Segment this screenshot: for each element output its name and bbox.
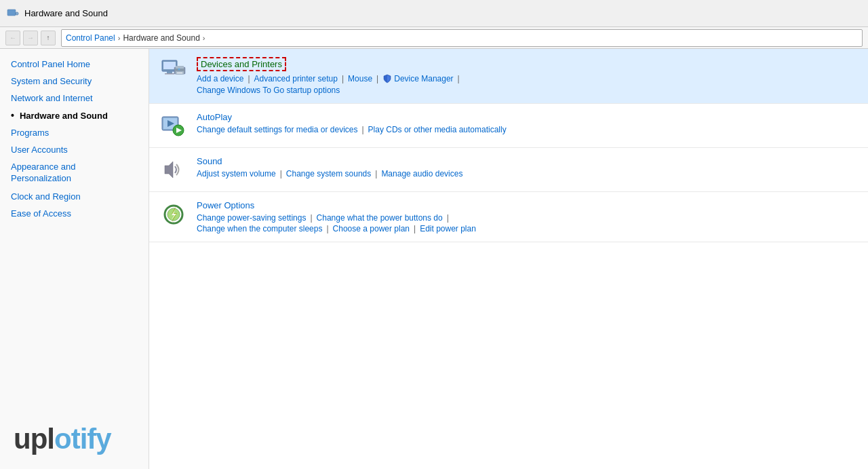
title-bar: Hardware and Sound bbox=[0, 0, 868, 27]
section-power-options: Power Options Change power-saving settin… bbox=[149, 192, 868, 242]
sidebar-item-control-panel-home[interactable]: Control Panel Home bbox=[0, 56, 149, 73]
breadcrumb-sep-1: › bbox=[118, 34, 121, 42]
svg-point-2 bbox=[16, 13, 18, 14]
devices-printers-content: Devices and Printers Add a device | Adva… bbox=[197, 57, 857, 95]
shield-icon bbox=[382, 74, 392, 83]
sidebar: Control Panel Home System and Security N… bbox=[0, 49, 149, 469]
sidebar-item-programs[interactable]: Programs bbox=[0, 124, 149, 141]
advanced-printer-setup-link[interactable]: Advanced printer setup bbox=[254, 74, 338, 83]
power-options-title[interactable]: Power Options bbox=[197, 200, 254, 210]
breadcrumb-control-panel[interactable]: Control Panel bbox=[66, 33, 115, 43]
power-options-links-2: Change when the computer sleeps | Choose… bbox=[197, 224, 857, 233]
main-layout: Control Panel Home System and Security N… bbox=[0, 49, 868, 469]
svg-rect-0 bbox=[7, 10, 16, 16]
forward-button[interactable]: → bbox=[23, 31, 38, 45]
autoplay-default-link[interactable]: Change default settings for media or dev… bbox=[197, 125, 357, 134]
nav-bar: ← → ↑ Control Panel › Hardware and Sound… bbox=[0, 27, 868, 49]
up-button[interactable]: ↑ bbox=[41, 31, 56, 45]
mouse-link[interactable]: Mouse bbox=[348, 74, 372, 83]
windows-to-go-link[interactable]: Change Windows To Go startup options bbox=[197, 86, 340, 95]
autoplay-title[interactable]: AutoPlay bbox=[197, 112, 232, 122]
breadcrumb-sep-2: › bbox=[203, 34, 205, 42]
power-saving-link[interactable]: Change power-saving settings bbox=[197, 213, 306, 223]
devices-printers-icon bbox=[160, 57, 187, 84]
sidebar-item-system-and-security[interactable]: System and Security bbox=[0, 73, 149, 90]
hardware-sound-icon bbox=[7, 7, 19, 20]
watermark-text-dark: upl bbox=[14, 423, 54, 455]
svg-rect-8 bbox=[176, 66, 184, 69]
sound-title[interactable]: Sound bbox=[197, 156, 222, 166]
power-options-links-1: Change power-saving settings | Change wh… bbox=[197, 213, 857, 223]
manage-audio-link[interactable]: Manage audio devices bbox=[381, 169, 462, 179]
title-bar-text: Hardware and Sound bbox=[24, 8, 108, 18]
power-plan-link[interactable]: Choose a power plan bbox=[333, 224, 410, 233]
sidebar-item-ease-of-access[interactable]: Ease of Access bbox=[0, 205, 149, 222]
section-autoplay: AutoPlay Change default settings for med… bbox=[149, 104, 868, 148]
watermark-text-blue: otify bbox=[54, 423, 111, 455]
change-sounds-link[interactable]: Change system sounds bbox=[286, 169, 371, 179]
sidebar-item-hardware-and-sound[interactable]: Hardware and Sound bbox=[0, 107, 149, 124]
devices-printers-links: Add a device | Advanced printer setup | … bbox=[197, 74, 857, 83]
back-button[interactable]: ← bbox=[5, 31, 20, 45]
add-device-link[interactable]: Add a device bbox=[197, 74, 243, 83]
autoplay-icon bbox=[160, 112, 187, 139]
svg-rect-10 bbox=[177, 73, 182, 73]
computer-sleeps-link[interactable]: Change when the computer sleeps bbox=[197, 224, 322, 233]
sidebar-item-user-accounts[interactable]: User Accounts bbox=[0, 141, 149, 158]
devices-printers-title[interactable]: Devices and Printers bbox=[197, 57, 286, 71]
power-buttons-link[interactable]: Change what the power buttons do bbox=[317, 213, 443, 223]
edit-power-plan-link[interactable]: Edit power plan bbox=[420, 224, 476, 233]
sidebar-item-network-and-internet[interactable]: Network and Internet bbox=[0, 90, 149, 107]
sound-content: Sound Adjust system volume | Change syst… bbox=[197, 156, 857, 179]
svg-rect-6 bbox=[165, 73, 174, 75]
adjust-volume-link[interactable]: Adjust system volume bbox=[197, 169, 276, 179]
autoplay-links: Change default settings for media or dev… bbox=[197, 125, 857, 134]
breadcrumb-hardware-sound: Hardware and Sound bbox=[123, 33, 199, 43]
section-sound: Sound Adjust system volume | Change syst… bbox=[149, 148, 868, 192]
devices-printers-links-2: Change Windows To Go startup options bbox=[197, 86, 857, 95]
sound-links: Adjust system volume | Change system sou… bbox=[197, 169, 857, 179]
play-cds-link[interactable]: Play CDs or other media automatically bbox=[368, 125, 507, 134]
sidebar-item-clock-and-region[interactable]: Clock and Region bbox=[0, 188, 149, 205]
power-options-content: Power Options Change power-saving settin… bbox=[197, 200, 857, 233]
section-devices-and-printers: Devices and Printers Add a device | Adva… bbox=[149, 49, 868, 104]
svg-rect-5 bbox=[167, 71, 172, 73]
sound-icon bbox=[160, 156, 187, 183]
sidebar-item-appearance-and-personalization[interactable]: Appearance and Personalization bbox=[0, 158, 149, 188]
svg-point-11 bbox=[178, 69, 180, 71]
watermark: uplotify bbox=[14, 423, 111, 455]
svg-marker-17 bbox=[165, 162, 173, 178]
content-area: Devices and Printers Add a device | Adva… bbox=[149, 49, 868, 469]
autoplay-content: AutoPlay Change default settings for med… bbox=[197, 112, 857, 134]
breadcrumb-bar: Control Panel › Hardware and Sound › bbox=[61, 29, 863, 47]
power-options-icon bbox=[160, 200, 187, 227]
device-manager-link[interactable]: Device Manager bbox=[394, 74, 453, 83]
svg-rect-4 bbox=[163, 62, 176, 69]
